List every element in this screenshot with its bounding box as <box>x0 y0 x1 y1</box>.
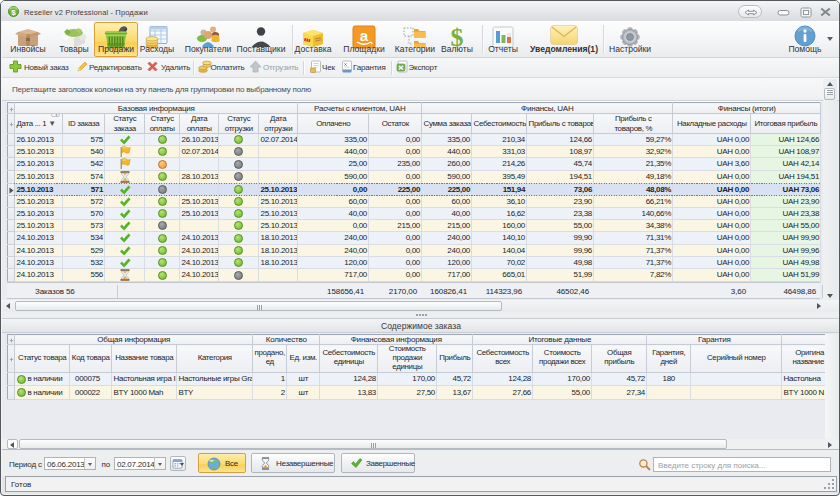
svg-text:a: a <box>360 27 369 44</box>
svg-text:$: $ <box>11 8 16 17</box>
